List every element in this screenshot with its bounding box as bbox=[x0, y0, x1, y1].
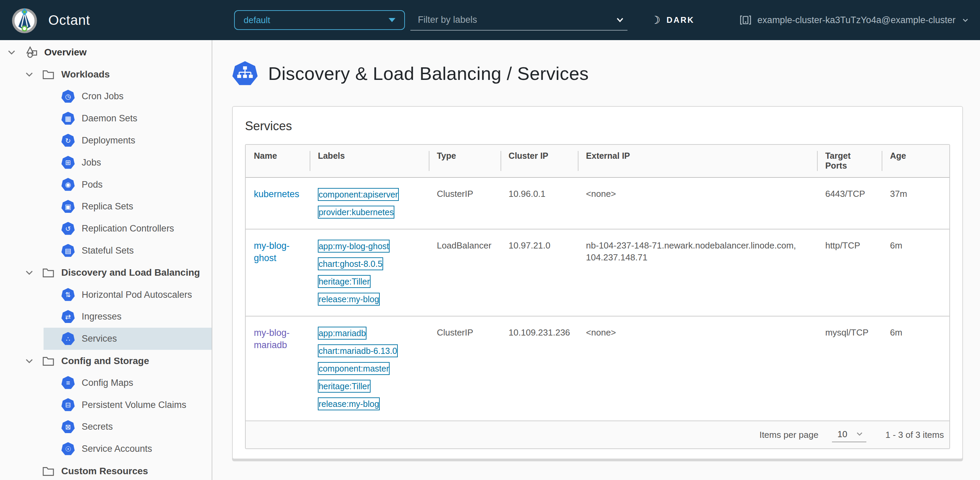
sidebar-item-service-accounts[interactable]: ☉Service Accounts bbox=[0, 438, 212, 460]
cluster-context-menu[interactable]: example-cluster-ka3TuTzYo4a@example-clus… bbox=[740, 0, 969, 40]
cell-target-ports: 6443/TCP bbox=[817, 177, 882, 229]
chevron-down-icon bbox=[962, 16, 969, 24]
sidebar-item-label: Pods bbox=[82, 179, 103, 190]
sidebar-item-label: Service Accounts bbox=[82, 444, 152, 454]
services-datagrid: Name Labels Type Cluster IP External IP … bbox=[245, 144, 950, 449]
sidebar-item-label: Stateful Sets bbox=[82, 246, 134, 256]
sidebar-item-stateful-sets[interactable]: ▤Stateful Sets bbox=[0, 240, 212, 262]
cell-age: 6m bbox=[882, 229, 950, 316]
sidebar-item-config-maps[interactable]: ≡Config Maps bbox=[0, 372, 212, 394]
cell-cluster-ip: 10.96.0.1 bbox=[501, 177, 578, 229]
sidebar-item-workloads[interactable]: Workloads bbox=[0, 63, 212, 86]
chevron-down-icon bbox=[856, 430, 864, 438]
column-header-name: Name bbox=[246, 145, 310, 177]
label-pill[interactable]: app:mariadb bbox=[318, 327, 366, 340]
cell-cluster-ip: 10.97.21.0 bbox=[501, 229, 578, 316]
replication-controllers-icon: ↺ bbox=[61, 222, 75, 236]
sidebar-item-ingresses[interactable]: ⇄Ingresses bbox=[0, 306, 212, 328]
services-page-icon bbox=[232, 60, 258, 86]
label-pill[interactable]: heritage:Tiller bbox=[318, 275, 371, 288]
column-header-cluster-ip: Cluster IP bbox=[501, 145, 578, 177]
sidebar-item-label: Custom Resources bbox=[61, 466, 148, 477]
label-pill[interactable]: provider:kubernetes bbox=[318, 206, 395, 219]
items-per-page-value: 10 bbox=[837, 429, 847, 440]
cell-type: ClusterIP bbox=[429, 177, 501, 229]
sidebar-item-services[interactable]: ∴Services bbox=[0, 328, 212, 350]
label-pill[interactable]: release:my-blog bbox=[318, 293, 380, 306]
pagination-range: 1 - 3 of 3 items bbox=[885, 430, 944, 440]
folder-icon bbox=[42, 268, 54, 278]
sidebar-item-horizontal-pod-autoscalers[interactable]: ⇅Horizontal Pod Autoscalers bbox=[0, 284, 212, 306]
chevron-down-icon[interactable] bbox=[24, 70, 34, 79]
service-accounts-icon: ☉ bbox=[61, 442, 75, 456]
sidebar-item-replication-controllers[interactable]: ↺Replication Controllers bbox=[0, 217, 212, 240]
label-pill[interactable]: release:my-blog bbox=[318, 398, 380, 410]
namespace-select[interactable]: default bbox=[234, 10, 405, 30]
sidebar-item-label: Overview bbox=[44, 47, 87, 58]
sidebar-item-label: Jobs bbox=[82, 157, 101, 168]
services-icon: ∴ bbox=[61, 332, 75, 346]
label-filter-placeholder: Filter by labels bbox=[418, 14, 477, 25]
sidebar-item-pods[interactable]: ◉Pods bbox=[0, 174, 212, 196]
sidebar-item-label: Horizontal Pod Autoscalers bbox=[82, 290, 192, 300]
theme-toggle-label: DARK bbox=[667, 15, 695, 25]
sidebar-item-config-and-storage[interactable]: Config and Storage bbox=[0, 350, 212, 372]
horizontal-pod-autoscalers-icon: ⇅ bbox=[61, 288, 75, 301]
sidebar-item-secrets[interactable]: ⊠Secrets bbox=[0, 416, 212, 438]
config-maps-icon: ≡ bbox=[61, 376, 75, 390]
cell-external-ip: <none> bbox=[578, 316, 817, 420]
main-content: Discovery & Load Balancing / Services Se… bbox=[213, 40, 980, 480]
cron-jobs-icon: ◷ bbox=[61, 90, 75, 103]
moon-icon: ☾ bbox=[651, 14, 660, 25]
table-row: my-blog-mariadb app:mariadb chart:mariad… bbox=[246, 316, 950, 420]
sidebar-item-label: Services bbox=[82, 333, 117, 344]
sidebar-item-label: Ingresses bbox=[82, 311, 121, 322]
column-header-type: Type bbox=[429, 145, 501, 177]
chevron-down-icon[interactable] bbox=[24, 356, 34, 366]
sidebar-item-deployments[interactable]: ↻Deployments bbox=[0, 130, 212, 152]
service-link[interactable]: my-blog-ghost bbox=[254, 241, 290, 263]
app-title: Octant bbox=[48, 13, 90, 28]
service-link[interactable]: kubernetes bbox=[254, 189, 299, 199]
sidebar-item-replica-sets[interactable]: ▣Replica Sets bbox=[0, 196, 212, 218]
theme-toggle-button[interactable]: ☾ DARK bbox=[651, 0, 695, 40]
label-pill[interactable]: chart:mariadb-6.13.0 bbox=[318, 344, 398, 357]
label-pill[interactable]: component:apiserver bbox=[318, 188, 398, 201]
sidebar-item-label: Config Maps bbox=[82, 378, 134, 388]
page-title: Discovery & Load Balancing / Services bbox=[268, 63, 589, 84]
services-card: Services Name Labels Type Cluster IP Ext… bbox=[232, 106, 963, 459]
label-pill[interactable]: component:master bbox=[318, 362, 390, 375]
sidebar-item-discovery-and-load-balancing[interactable]: Discovery and Load Balancing bbox=[0, 262, 212, 284]
cell-target-ports: mysql/TCP bbox=[817, 316, 882, 420]
octant-app: Octant default Filter by labels ☾ DARK bbox=[0, 0, 980, 480]
sidebar-item-custom-resources[interactable]: Custom Resources bbox=[0, 460, 212, 480]
chevron-down-icon[interactable] bbox=[615, 15, 625, 24]
overview-icon bbox=[24, 46, 39, 59]
cell-age: 37m bbox=[882, 177, 950, 229]
brand[interactable]: Octant bbox=[10, 0, 90, 40]
chevron-down-icon[interactable] bbox=[7, 48, 16, 57]
column-header-external-ip: External IP bbox=[578, 145, 817, 177]
cell-external-ip: nb-104-237-148-71.newark.nodebalancer.li… bbox=[578, 229, 817, 316]
sidebar-item-jobs[interactable]: ⊞Jobs bbox=[0, 152, 212, 174]
cell-target-ports: http/TCP bbox=[817, 229, 882, 316]
octant-logo-icon bbox=[10, 6, 39, 34]
sidebar-item-label: Discovery and Load Balancing bbox=[61, 267, 200, 278]
label-pill[interactable]: chart:ghost-8.0.5 bbox=[318, 257, 383, 270]
service-link[interactable]: my-blog-mariadb bbox=[254, 328, 290, 350]
secrets-icon: ⊠ bbox=[61, 420, 75, 434]
label-pill[interactable]: heritage:Tiller bbox=[318, 380, 371, 393]
deployments-icon: ↻ bbox=[61, 134, 75, 147]
label-pill[interactable]: app:my-blog-ghost bbox=[318, 240, 390, 253]
sidebar-item-cron-jobs[interactable]: ◷Cron Jobs bbox=[0, 86, 212, 108]
sidebar-item-daemon-sets[interactable]: ▦Daemon Sets bbox=[0, 108, 212, 130]
sidebar-item-persistent-volume-claims[interactable]: ⊟Persistent Volume Claims bbox=[0, 394, 212, 416]
folder-icon bbox=[42, 69, 54, 79]
cell-type: LoadBalancer bbox=[429, 229, 501, 316]
chevron-down-icon[interactable] bbox=[24, 268, 34, 277]
services-table: Name Labels Type Cluster IP External IP … bbox=[246, 145, 950, 420]
sidebar-item-overview[interactable]: Overview bbox=[0, 41, 212, 63]
items-per-page-select[interactable]: 10 bbox=[832, 428, 866, 442]
replica-sets-icon: ▣ bbox=[61, 200, 75, 214]
label-filter-input[interactable]: Filter by labels bbox=[410, 10, 627, 31]
